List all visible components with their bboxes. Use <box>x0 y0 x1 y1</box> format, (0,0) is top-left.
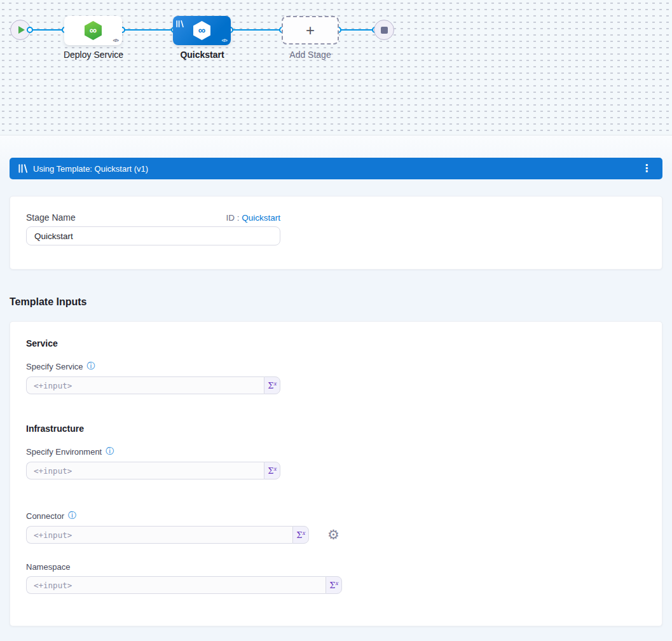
template-inputs-heading: Template Inputs <box>10 296 662 308</box>
code-icon: </> <box>113 38 118 43</box>
stage-label-quickstart: Quickstart <box>158 50 247 60</box>
info-icon[interactable]: ⓘ <box>87 361 95 372</box>
specify-environment-input[interactable] <box>26 462 264 479</box>
code-icon: </> <box>221 38 227 43</box>
stage-node-deploy-service[interactable]: ∞ </> <box>64 16 122 45</box>
stage-label-add-stage: Add Stage <box>266 50 355 60</box>
stage-node-quickstart[interactable]: ∞ </> <box>173 16 231 45</box>
edge-add-stop <box>338 29 376 31</box>
sigma-icon: Σ <box>329 581 335 590</box>
sigma-icon: Σ <box>268 466 273 476</box>
stage-name-label: Stage Name <box>26 212 76 223</box>
add-stage-button[interactable]: + <box>282 16 339 45</box>
stage-id-prefix: ID : <box>226 213 239 223</box>
stop-icon <box>381 27 388 34</box>
sigma-sup: x <box>273 466 277 472</box>
info-icon[interactable]: ⓘ <box>106 446 114 457</box>
stage-id: ID : Quickstart <box>226 213 280 223</box>
expression-button[interactable]: Σx <box>264 376 280 394</box>
infrastructure-section-heading: Infrastructure <box>26 424 646 434</box>
edge-start-deploy <box>30 29 65 31</box>
infinity-glyph: ∞ <box>90 25 97 36</box>
template-library-icon <box>18 164 27 173</box>
stage-name-input[interactable] <box>26 226 280 245</box>
edge-quickstart-add <box>230 29 283 31</box>
stage-config-panel: Using Template: Quickstart (v1) ⋮ Stage … <box>0 135 672 626</box>
cd-stage-icon: ∞ <box>85 21 102 40</box>
pipeline-stop-node <box>374 20 394 40</box>
play-icon <box>18 26 25 34</box>
info-icon[interactable]: ⓘ <box>68 510 76 521</box>
expression-button[interactable]: Σx <box>264 462 280 479</box>
template-banner-label: Using Template: Quickstart (v1) <box>33 164 640 174</box>
kebab-menu-icon[interactable]: ⋮ <box>640 163 654 174</box>
stage-id-link[interactable]: Quickstart <box>242 213 280 223</box>
plus-icon: + <box>306 22 315 39</box>
sigma-icon: Σ <box>268 381 273 390</box>
service-section-heading: Service <box>26 338 646 348</box>
sigma-sup: x <box>273 381 277 387</box>
settings-gear-icon[interactable]: ⚙ <box>327 526 339 544</box>
connector-input[interactable] <box>26 526 292 544</box>
specify-service-label: Specify Service <box>26 362 83 371</box>
sigma-icon: Σ <box>296 530 302 540</box>
sigma-sup: x <box>302 530 305 536</box>
stage-label-deploy-service: Deploy Service <box>49 50 138 60</box>
specify-service-input[interactable] <box>26 376 264 394</box>
pipeline-canvas[interactable]: ∞ </> ∞ </> + Deploy Service Quickstart … <box>0 0 672 135</box>
template-library-icon <box>176 18 184 30</box>
expression-button[interactable]: Σx <box>326 576 342 594</box>
port <box>27 27 33 33</box>
namespace-input[interactable] <box>26 576 326 594</box>
template-banner: Using Template: Quickstart (v1) ⋮ <box>10 158 662 179</box>
expression-button[interactable]: Σx <box>292 526 309 544</box>
connector-label: Connector <box>26 511 64 521</box>
sigma-sup: x <box>335 581 338 586</box>
infinity-glyph: ∞ <box>198 25 205 36</box>
edge-deploy-quickstart <box>122 29 175 31</box>
template-inputs-card: Service Specify Service ⓘ Σx Infrastruct… <box>10 321 662 626</box>
stage-name-card: Stage Name ID : Quickstart <box>10 196 662 270</box>
cd-stage-icon: ∞ <box>193 21 210 40</box>
specify-environment-label: Specify Environment <box>26 447 102 457</box>
namespace-label: Namespace <box>26 562 70 572</box>
